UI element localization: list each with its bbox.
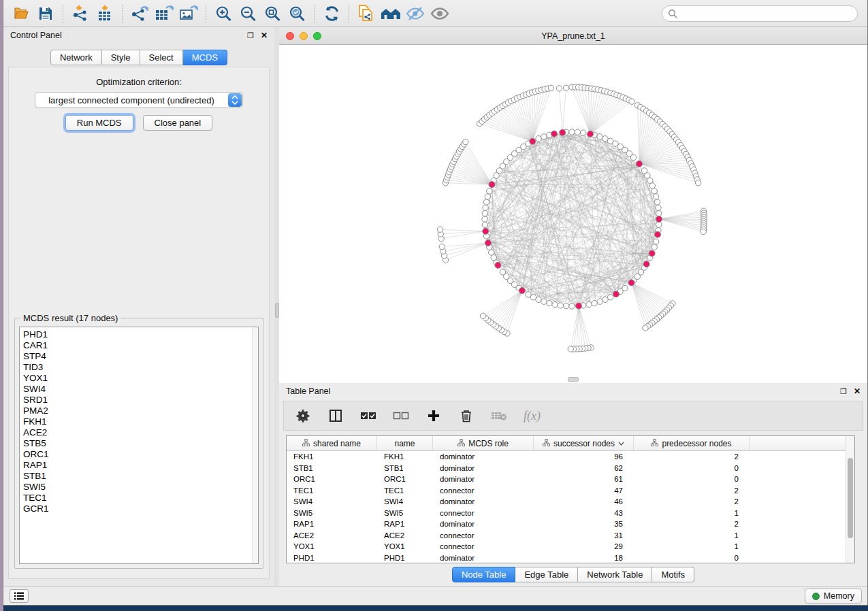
graph-node[interactable] [647,178,653,183]
graph-node[interactable] [586,301,592,307]
table-settings-button[interactable] [295,408,311,424]
graph-node[interactable] [500,269,505,275]
column-header-name[interactable]: name [377,436,433,450]
hide-selected-button[interactable] [404,3,427,24]
graph-dominator-node[interactable] [489,182,495,188]
function-builder-button[interactable]: f(x) [524,408,541,424]
graph-node[interactable] [526,292,531,297]
mcds-result-item[interactable]: GCR1 [20,503,258,514]
float-table-panel-button[interactable]: ❐ [840,387,847,396]
close-panel-button[interactable]: ✕ [261,31,268,40]
graph-dominator-node[interactable] [656,216,662,222]
zoom-fit-button[interactable] [261,3,284,24]
graph-node[interactable] [656,210,662,216]
graph-node[interactable] [552,301,558,307]
graph-leaf-node[interactable] [480,313,485,318]
graph-node[interactable] [569,129,575,135]
import-network-button[interactable] [69,3,92,24]
graph-dominator-node[interactable] [483,228,489,234]
graph-node[interactable] [652,188,657,194]
graph-dominator-node[interactable] [485,240,491,246]
graph-node[interactable] [654,199,660,205]
network-copy-button[interactable] [355,3,378,24]
first-neighbors-button[interactable] [379,3,402,24]
graph-node[interactable] [656,205,661,210]
graph-node[interactable] [489,250,494,255]
graph-dominator-node[interactable] [519,288,525,294]
graph-leaf-node[interactable] [695,180,701,186]
graph-node[interactable] [602,297,608,302]
graph-node[interactable] [652,244,657,250]
column-header-MCDS-role[interactable]: MCDS role [433,436,534,450]
mcds-result-list[interactable]: PHD1CAR1STP4TID3YOX1SWI4SRD1PMA2FKH1ACE2… [19,327,259,564]
float-panel-button[interactable]: ❐ [247,31,254,40]
show-all-button[interactable] [428,3,451,24]
graph-node[interactable] [482,210,487,216]
vertical-splitter[interactable] [274,27,279,586]
criterion-dropdown[interactable]: largest connected component (undirected) [35,92,243,108]
mcds-result-item[interactable]: STP4 [20,351,258,362]
tab-select[interactable]: Select [140,50,183,65]
mcds-result-item[interactable]: YOX1 [20,373,258,384]
tab-node-table[interactable]: Node Table [452,567,516,582]
graph-node[interactable] [575,129,580,135]
column-header-successor-nodes[interactable]: successor nodes [534,436,634,450]
mcds-result-item[interactable]: TID3 [20,362,258,373]
vertical-splitter-grip[interactable] [275,303,279,318]
mcds-result-item[interactable]: TEC1 [20,493,258,503]
graph-dominator-node[interactable] [588,131,594,137]
close-table-panel-button[interactable]: ✕ [854,386,861,396]
select-all-columns-button[interactable] [360,408,376,424]
mcds-result-item[interactable]: CAR1 [20,340,258,351]
tab-style[interactable]: Style [102,50,140,65]
refresh-button[interactable] [320,3,343,24]
graph-leaf-node[interactable] [563,85,568,90]
graph-node[interactable] [536,136,541,142]
mcds-result-item[interactable]: ORC1 [20,449,258,460]
network-canvas[interactable] [279,45,867,383]
column-header-predecessor-nodes[interactable]: predecessor nodes [634,436,750,450]
open-file-button[interactable] [10,3,33,24]
graph-node[interactable] [563,303,568,309]
graph-node[interactable] [482,222,487,227]
zoom-in-button[interactable] [212,3,235,24]
graph-leaf-node[interactable] [437,227,443,232]
graph-dominator-node[interactable] [530,138,536,144]
search-field[interactable] [662,5,858,22]
tab-mcds[interactable]: MCDS [183,50,227,65]
graph-node[interactable] [602,136,608,142]
graph-dominator-node[interactable] [628,280,634,286]
graph-dominator-node[interactable] [576,303,582,309]
table-row[interactable]: YOX1YOX1connector291 [287,541,854,552]
memory-button[interactable]: Memory [805,589,862,604]
graph-leaf-node[interactable] [568,346,573,352]
graph-leaf-node[interactable] [548,85,553,90]
graph-node[interactable] [482,216,487,222]
table-row[interactable]: ACE2ACE2connector311 [287,530,854,542]
graph-dominator-node[interactable] [643,261,649,267]
graph-node[interactable] [487,188,492,194]
mcds-result-item[interactable]: ACE2 [20,427,258,438]
table-row[interactable]: PHD1PHD1dominator180 [287,552,854,564]
status-list-button[interactable] [10,589,29,603]
mcds-result-item[interactable]: SWI4 [20,384,258,395]
export-image-button[interactable] [177,3,200,24]
graph-node[interactable] [630,154,636,160]
graph-leaf-node[interactable] [556,86,562,91]
graph-node[interactable] [485,194,490,199]
graph-node[interactable] [558,303,563,308]
graph-node[interactable] [607,295,613,300]
graph-node[interactable] [597,134,602,139]
mcds-result-item[interactable]: PMA2 [20,406,258,416]
graph-node[interactable] [541,134,547,139]
delete-table-button[interactable] [491,408,507,424]
graph-node[interactable] [653,239,658,244]
close-panel-button-mcds[interactable]: Close panel [143,115,213,131]
graph-leaf-node[interactable] [629,99,634,104]
table-row[interactable]: RAP1RAP1dominator352 [287,518,854,530]
tab-network[interactable]: Network [50,50,102,65]
show-columns-button[interactable] [327,408,344,424]
graph-node[interactable] [653,194,658,199]
graph-node[interactable] [483,205,488,210]
search-input[interactable] [681,9,852,18]
